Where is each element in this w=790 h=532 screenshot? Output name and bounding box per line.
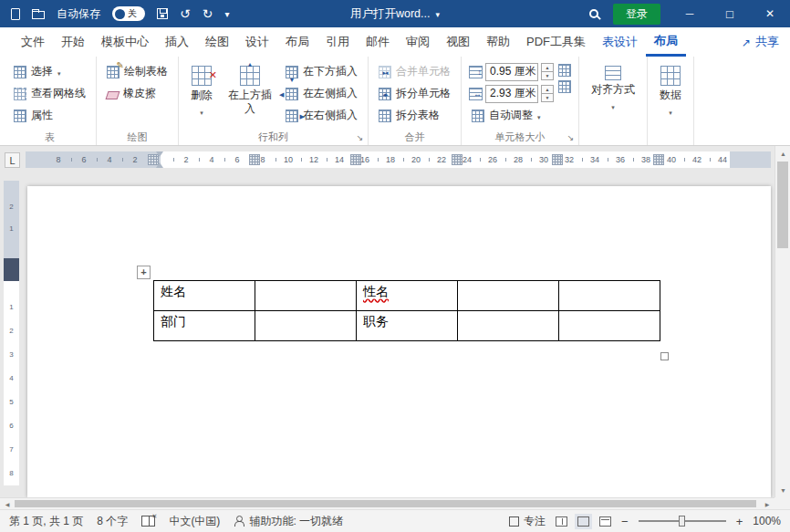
share-button[interactable]: 共享	[742, 34, 779, 50]
table-column-marker[interactable]	[249, 154, 260, 165]
data-button[interactable]: 数据	[655, 61, 686, 118]
ribbon-tab-2[interactable]: 开始	[53, 27, 93, 57]
zoom-level[interactable]: 100%	[753, 515, 781, 527]
ribbon-tab-10[interactable]: 审阅	[398, 27, 438, 57]
table-row-marker[interactable]	[4, 258, 19, 281]
row-height-stepper[interactable]	[541, 63, 554, 80]
maximize-button[interactable]	[710, 0, 750, 27]
page-indicator[interactable]: 第 1 页, 共 1 页	[9, 514, 83, 529]
select-button[interactable]: 选择	[11, 61, 88, 82]
ribbon-tab-13[interactable]: PDF工具集	[518, 27, 594, 57]
horizontal-scrollbar-thumb[interactable]	[15, 500, 756, 507]
ribbon-tab-14[interactable]: 表设计	[594, 27, 646, 57]
table-cell[interactable]: 性名	[357, 281, 458, 311]
table-cell[interactable]: 姓名	[154, 281, 255, 311]
proofing-errors-icon[interactable]	[141, 516, 155, 527]
scroll-down-icon[interactable]	[775, 484, 790, 496]
open-folder-icon[interactable]	[32, 11, 45, 19]
ribbon-tab-7[interactable]: 布局	[277, 27, 317, 57]
table-move-handle[interactable]	[137, 266, 151, 279]
tab-stop-selector[interactable]	[5, 152, 20, 168]
web-layout-icon[interactable]	[599, 516, 611, 527]
eraser-button[interactable]: 橡皮擦	[104, 83, 171, 104]
ribbon-tab-8[interactable]: 引用	[317, 27, 358, 57]
spin-down-icon[interactable]	[541, 93, 554, 102]
draw-group-label: 绘图	[97, 130, 178, 144]
insert-left-button[interactable]: 在左侧插入	[283, 83, 360, 104]
insert-above-button[interactable]: 在上方插入	[222, 61, 278, 116]
draw-table-button[interactable]: 绘制表格	[104, 61, 171, 82]
undo-icon[interactable]	[180, 7, 191, 20]
ruler-tick	[608, 158, 608, 162]
ribbon-tab-3[interactable]: 模板中心	[93, 27, 157, 57]
search-icon[interactable]	[589, 9, 598, 18]
save-icon[interactable]	[157, 8, 168, 19]
table-cell[interactable]: 部门	[154, 311, 255, 341]
scroll-right-icon[interactable]	[761, 498, 774, 509]
minimize-button[interactable]	[670, 0, 710, 27]
document-page[interactable]: 姓名性名部门职务	[27, 186, 771, 497]
scroll-left-icon[interactable]	[1, 498, 14, 509]
alignment-button[interactable]: 对齐方式	[587, 61, 639, 112]
ribbon-tab-15[interactable]: 布局	[646, 27, 686, 57]
distribute-columns-icon[interactable]	[558, 80, 571, 93]
ribbon-tab-5[interactable]: 绘图	[197, 27, 237, 57]
merge-cells-button[interactable]: 合并单元格	[376, 61, 453, 82]
ribbon-tab-12[interactable]: 帮助	[478, 27, 518, 57]
document-title[interactable]: 用户打开word...	[350, 6, 440, 22]
table-cell[interactable]	[255, 311, 357, 341]
language-indicator[interactable]: 中文(中国)	[169, 514, 220, 529]
split-cells-button[interactable]: 拆分单元格	[376, 83, 453, 104]
autosave-toggle[interactable]: 关	[112, 6, 145, 21]
vertical-scrollbar[interactable]	[774, 146, 790, 497]
login-button[interactable]: 登录	[613, 4, 660, 25]
new-file-icon[interactable]	[11, 8, 20, 20]
zoom-slider[interactable]	[639, 520, 726, 522]
properties-button[interactable]: 属性	[11, 105, 88, 126]
column-width-stepper[interactable]	[541, 85, 554, 102]
table-cell[interactable]	[458, 281, 559, 311]
distribute-rows-icon[interactable]	[558, 64, 571, 77]
row-height-input[interactable]: 0.95 厘米	[485, 63, 538, 81]
table-column-marker[interactable]	[552, 154, 563, 165]
table-cell[interactable]	[559, 281, 660, 311]
table-column-marker[interactable]	[653, 154, 664, 165]
column-width-input[interactable]: 2.93 厘米	[485, 85, 538, 103]
table-cell[interactable]: 职务	[357, 311, 458, 341]
ribbon-tab-1[interactable]: 文件	[13, 27, 53, 57]
accessibility-status[interactable]: 辅助功能: 一切就绪	[234, 514, 343, 529]
table-cell[interactable]	[255, 281, 357, 311]
redo-icon[interactable]	[203, 7, 213, 20]
read-mode-icon[interactable]	[556, 516, 567, 527]
ribbon-tab-6[interactable]: 设计	[237, 27, 277, 57]
close-button[interactable]	[750, 0, 790, 27]
delete-button[interactable]: 删除	[186, 61, 217, 118]
table-cell[interactable]	[559, 311, 660, 341]
focus-mode-button[interactable]: 专注	[509, 514, 546, 529]
ribbon-tab-9[interactable]: 邮件	[358, 27, 398, 57]
autofit-button[interactable]: 自动调整	[469, 105, 554, 126]
ribbon-tab-4[interactable]: 插入	[157, 27, 197, 57]
ribbon-tab-11[interactable]: 视图	[438, 27, 478, 57]
table-cell[interactable]	[458, 311, 559, 341]
vertical-scrollbar-thumb[interactable]	[777, 162, 788, 248]
word-count[interactable]: 8 个字	[97, 514, 128, 529]
table-column-marker[interactable]	[350, 154, 361, 165]
split-table-button[interactable]: 拆分表格	[376, 105, 453, 126]
zoom-slider-thumb[interactable]	[679, 516, 685, 527]
table-resize-handle[interactable]	[660, 352, 669, 360]
hanging-indent-marker[interactable]	[156, 159, 163, 168]
view-gridlines-button[interactable]: 查看网格线	[11, 83, 88, 104]
zoom-out-button[interactable]	[621, 515, 629, 528]
rows-columns-group-label: 行和列	[179, 130, 368, 144]
insert-right-button[interactable]: 在右侧插入	[283, 105, 360, 126]
customize-toolbar-icon[interactable]	[224, 8, 229, 19]
table-column-marker[interactable]	[452, 154, 463, 165]
alignment-group: 对齐方式	[579, 57, 648, 145]
spin-down-icon[interactable]	[541, 71, 554, 80]
scroll-up-icon[interactable]	[775, 147, 790, 160]
insert-below-button[interactable]: 在下方插入	[283, 61, 360, 82]
horizontal-scrollbar[interactable]	[0, 497, 774, 509]
print-layout-icon[interactable]	[577, 516, 589, 527]
zoom-in-button[interactable]	[736, 515, 743, 528]
